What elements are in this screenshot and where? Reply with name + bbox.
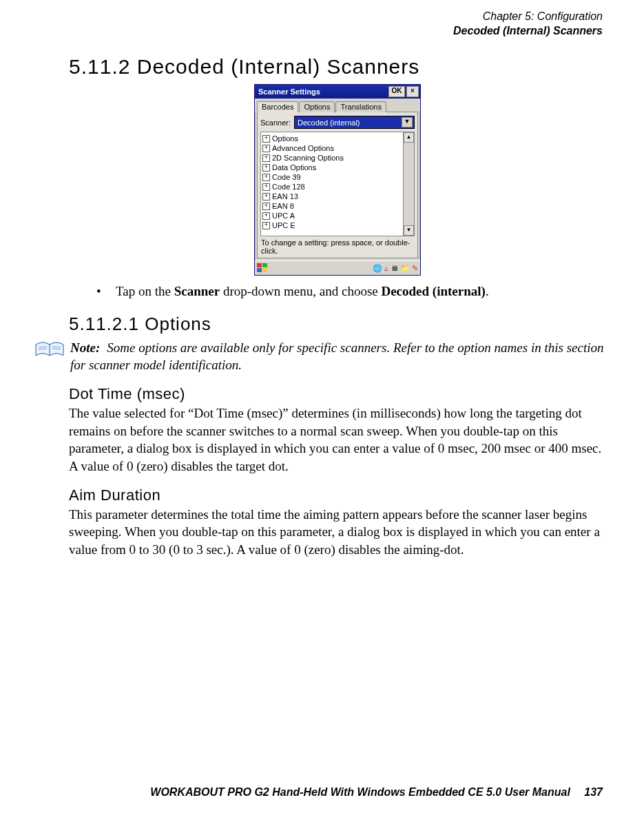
dialog-tabs: Barcodes Options Translations	[255, 99, 420, 112]
windows-start-icon[interactable]	[257, 263, 269, 274]
page-number: 137	[584, 786, 603, 798]
tab-translations[interactable]: Translations	[335, 101, 386, 112]
tree-item[interactable]: +EAN 13	[262, 192, 402, 201]
expand-icon[interactable]: +	[262, 203, 270, 210]
chevron-down-icon: ▼	[402, 117, 413, 127]
tree-item[interactable]: +Data Options	[262, 163, 402, 172]
page-footer: WORKABOUT PRO G2 Hand-Held With Windows …	[150, 786, 603, 799]
tree-item[interactable]: +EAN 8	[262, 201, 402, 211]
svg-rect-0	[257, 263, 262, 267]
dialog-hint: To change a setting: press space, or dou…	[260, 236, 415, 255]
dialog-taskbar: 🌐 ▵ 🖥 📁 ✎	[255, 260, 420, 275]
expand-icon[interactable]: +	[262, 135, 270, 143]
expand-icon[interactable]: +	[262, 164, 270, 172]
system-tray: 🌐 ▵ 🖥 📁 ✎	[373, 264, 418, 273]
page-content: 5.11.2 Decoded (Internal) Scanners Scann…	[69, 55, 606, 563]
heading-5-11-2: 5.11.2 Decoded (Internal) Scanners	[69, 55, 606, 79]
note-label: Note:	[70, 340, 100, 355]
expand-icon[interactable]: +	[262, 154, 270, 162]
tree-item[interactable]: +UPC E	[262, 220, 402, 230]
tree-item[interactable]: +UPC A	[262, 211, 402, 220]
expand-icon[interactable]: +	[262, 212, 270, 220]
tree-item[interactable]: +Code 128	[262, 182, 402, 192]
svg-rect-1	[262, 263, 267, 267]
svg-rect-2	[257, 268, 262, 272]
footer-title: WORKABOUT PRO G2 Hand-Held With Windows …	[150, 786, 570, 798]
heading-dot-time: Dot Time (msec)	[69, 385, 606, 403]
section-label: Decoded (Internal) Scanners	[453, 24, 603, 39]
tray-icon[interactable]: 📁	[400, 264, 410, 273]
settings-tree: +Options +Advanced Options +2D Scanning …	[260, 132, 415, 236]
book-icon	[34, 340, 65, 360]
tab-barcodes[interactable]: Barcodes	[257, 101, 298, 112]
chapter-label: Chapter 5: Configuration	[453, 10, 603, 24]
dialog-panel: Scanner: Decoded (internal) ▼ +Options +…	[257, 112, 418, 258]
heading-aim-duration: Aim Duration	[69, 486, 606, 504]
page-header: Chapter 5: Configuration Decoded (Intern…	[453, 10, 603, 39]
expand-icon[interactable]: +	[262, 193, 270, 201]
tree-item[interactable]: +Options	[262, 134, 402, 143]
close-button[interactable]: ×	[406, 86, 419, 97]
tree-item[interactable]: +Advanced Options	[262, 143, 402, 153]
expand-icon[interactable]: +	[262, 145, 270, 152]
tray-icon[interactable]: ▵	[384, 264, 388, 273]
svg-rect-3	[262, 268, 267, 272]
heading-5-11-2-1: 5.11.2.1 Options	[69, 314, 606, 335]
scroll-down-icon[interactable]: ▼	[404, 225, 414, 236]
aim-duration-body: This parameter determines the total time…	[69, 506, 606, 559]
expand-icon[interactable]: +	[262, 183, 270, 191]
note-block: Note:Some options are available only for…	[69, 339, 606, 374]
dot-time-body: The value selected for “Dot Time (msec)”…	[69, 404, 606, 475]
scanner-settings-dialog: Scanner Settings OK × Barcodes Options T…	[254, 84, 421, 276]
scanner-label: Scanner:	[260, 119, 291, 127]
tree-scrollbar[interactable]: ▲ ▼	[403, 132, 414, 236]
instruction-bullet: Tap on the Scanner drop-down menu, and c…	[96, 282, 606, 301]
tray-icon[interactable]: ✎	[412, 264, 418, 273]
note-text: Some options are available only for spec…	[70, 340, 603, 373]
tab-options[interactable]: Options	[299, 101, 335, 112]
dialog-title: Scanner Settings	[258, 88, 320, 96]
dialog-titlebar: Scanner Settings OK ×	[255, 85, 420, 99]
tray-icon[interactable]: 🖥	[391, 264, 398, 272]
tree-item[interactable]: +2D Scanning Options	[262, 153, 402, 163]
expand-icon[interactable]: +	[262, 222, 270, 229]
tree-item[interactable]: +Code 39	[262, 172, 402, 182]
expand-icon[interactable]: +	[262, 174, 270, 181]
scanner-dropdown[interactable]: Decoded (internal) ▼	[294, 116, 415, 129]
ok-button[interactable]: OK	[388, 86, 405, 97]
scroll-up-icon[interactable]: ▲	[404, 132, 414, 143]
scanner-dropdown-value: Decoded (internal)	[298, 119, 360, 127]
tray-icon[interactable]: 🌐	[373, 264, 382, 273]
